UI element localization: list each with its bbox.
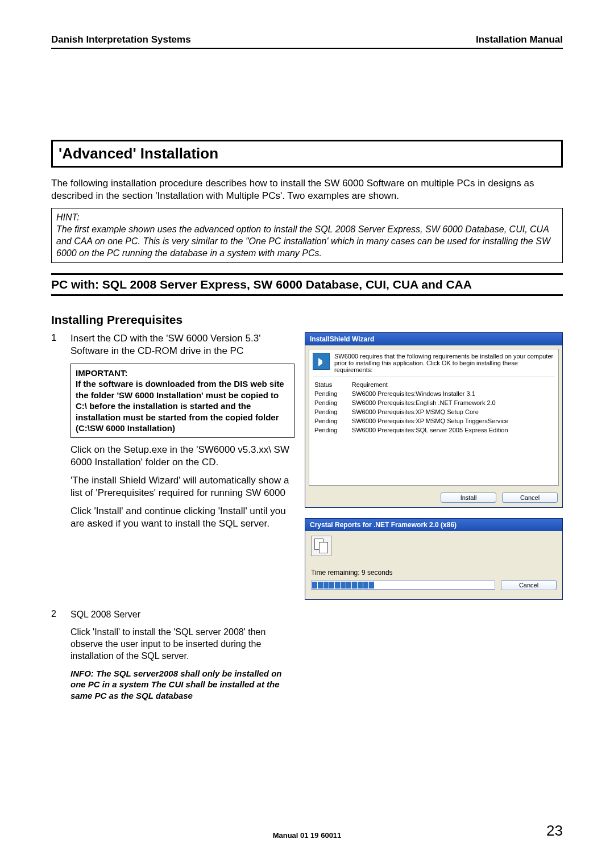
hint-box: HINT: The first example shown uses the a… <box>51 208 563 263</box>
req-row: PendingSW6000 Prerequisites:English .NET… <box>314 399 554 407</box>
step-1: 1 Insert the CD with the 'SW 6000 Versio… <box>51 332 294 536</box>
step-number: 1 <box>51 332 70 536</box>
step-2-p2: Click 'Install' to install the 'SQL serv… <box>70 627 292 662</box>
cancel-button[interactable]: Cancel <box>501 580 557 590</box>
sub-section-title-box: PC with: SQL 2008 Server Express, SW 600… <box>51 273 563 296</box>
requirement-table: Status Requirement PendingSW6000 Prerequ… <box>313 379 555 435</box>
page-footer: Manual 01 19 60011 23 <box>51 822 563 840</box>
dialog1-message-row: SW6000 requires that the following requi… <box>313 353 555 373</box>
right-column: InstallShield Wizard SW6000 requires tha… <box>305 332 563 600</box>
step-number: 2 <box>51 609 70 707</box>
hint-text: The first example shown uses the advance… <box>56 224 558 259</box>
step-2-info: INFO: The SQL server2008 shall only be i… <box>70 668 292 702</box>
step-content: Insert the CD with the 'SW 6000 Version … <box>70 332 294 536</box>
dialog1-titlebar: InstallShield Wizard <box>305 333 562 345</box>
manual-ref: Manual 01 19 60011 <box>51 831 563 840</box>
hint-label: HINT: <box>56 212 558 224</box>
page: Danish Interpretation Systems Installati… <box>0 0 614 868</box>
two-column-layout: 1 Insert the CD with the 'SW 6000 Versio… <box>51 332 563 600</box>
step-1-p2: Click on the Setup.exe in the 'SW6000 v5… <box>70 444 294 469</box>
sub-heading: Installing Prerequisites <box>51 313 563 327</box>
req-row: PendingSW6000 Prerequisites:Windows Inst… <box>314 390 554 398</box>
time-remaining: Time remaining: 9 seconds <box>311 569 557 577</box>
left-column: 1 Insert the CD with the 'SW 6000 Versio… <box>51 332 294 600</box>
important-text: If the software is downloaded from the D… <box>76 378 289 434</box>
installer-icon <box>311 536 331 556</box>
dialog2-body: Time remaining: 9 seconds Cancel <box>305 531 562 595</box>
col-status: Status <box>314 381 350 389</box>
sub-section-title: PC with: SQL 2008 Server Express, SW 600… <box>51 278 563 291</box>
step-2: 2 SQL 2008 Server Click 'Install' to ins… <box>51 609 563 707</box>
progress-bar <box>311 581 495 590</box>
requirement-list: Status Requirement PendingSW6000 Prerequ… <box>313 377 555 482</box>
page-header: Danish Interpretation Systems Installati… <box>51 34 563 49</box>
dialog2-titlebar: Crystal Reports for .NET Framework 2.0 (… <box>305 519 562 531</box>
req-row: PendingSW6000 Prerequisites:SQL server 2… <box>314 426 554 434</box>
step-1-p3: 'The install Shield Wizard' will automat… <box>70 474 294 499</box>
step-1-p4: Click 'Install' and continue clicking 'I… <box>70 505 294 530</box>
dialog1-buttons: Install Cancel <box>305 489 562 507</box>
dialog1-message: SW6000 requires that the following requi… <box>334 353 555 373</box>
req-row: PendingSW6000 Prerequisites:XP MSMQ Setu… <box>314 417 554 425</box>
section-title: 'Advanced' Installation <box>59 145 555 162</box>
important-label: IMPORTANT: <box>76 368 289 379</box>
install-button[interactable]: Install <box>441 493 496 503</box>
crystal-reports-dialog: Crystal Reports for .NET Framework 2.0 (… <box>305 518 563 600</box>
installshield-dialog: InstallShield Wizard SW6000 requires tha… <box>305 332 563 508</box>
section-title-box: 'Advanced' Installation <box>51 140 563 168</box>
col-requirement: Requirement <box>351 381 554 389</box>
step-1-p1: Insert the CD with the 'SW 6000 Version … <box>70 332 294 357</box>
header-right: Installation Manual <box>476 34 563 45</box>
steps-list-continued: 2 SQL 2008 Server Click 'Install' to ins… <box>51 609 563 707</box>
step-2-p1: SQL 2008 Server <box>70 609 292 621</box>
dialog1-body: SW6000 requires that the following requi… <box>309 349 559 486</box>
req-header-row: Status Requirement <box>314 381 554 389</box>
progress-row: Cancel <box>311 580 557 590</box>
intro-paragraph: The following installation procedure des… <box>51 177 563 202</box>
req-row: PendingSW6000 Prerequisites:XP MSMQ Setu… <box>314 408 554 416</box>
header-left: Danish Interpretation Systems <box>51 34 191 45</box>
cancel-button[interactable]: Cancel <box>502 493 558 503</box>
install-icon <box>313 353 330 370</box>
step-content: SQL 2008 Server Click 'Install' to insta… <box>70 609 292 707</box>
important-box: IMPORTANT: If the software is downloaded… <box>70 364 294 438</box>
steps-list: 1 Insert the CD with the 'SW 6000 Versio… <box>51 332 294 536</box>
